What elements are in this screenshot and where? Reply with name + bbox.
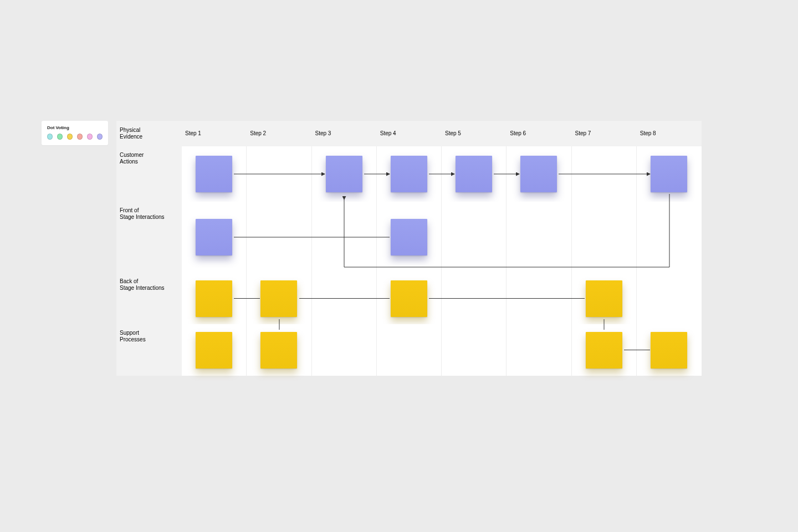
cell[interactable] xyxy=(572,146,637,202)
dot-voting-panel[interactable]: Dot Voting xyxy=(42,121,108,145)
step-header: Step 3 xyxy=(312,121,377,146)
cell[interactable] xyxy=(572,202,637,273)
sticky-note[interactable] xyxy=(391,156,427,192)
sticky-note[interactable] xyxy=(456,156,492,192)
row-support-processes xyxy=(182,324,702,376)
sticky-note[interactable] xyxy=(520,156,557,192)
sticky-note[interactable] xyxy=(196,156,232,192)
cell[interactable] xyxy=(182,273,247,324)
steps-header-row: Step 1 Step 2 Step 3 Step 4 Step 5 Step … xyxy=(182,121,702,146)
dot-color-green[interactable] xyxy=(57,134,63,140)
cell[interactable] xyxy=(247,324,311,376)
cell[interactable] xyxy=(377,324,442,376)
dot-color-yellow[interactable] xyxy=(67,134,73,140)
cell[interactable] xyxy=(247,146,311,202)
cell[interactable] xyxy=(312,273,377,324)
row-label-back-stage: Back of Stage Interactions xyxy=(116,273,182,324)
dot-color-red[interactable] xyxy=(77,134,83,140)
dot-color-purple[interactable] xyxy=(97,134,103,140)
sticky-note[interactable] xyxy=(196,332,232,369)
row-label-physical-evidence: Physical Evidence xyxy=(116,121,182,146)
row-front-stage xyxy=(182,202,702,273)
sticky-note[interactable] xyxy=(196,219,232,255)
cell[interactable] xyxy=(182,202,247,273)
sticky-note[interactable] xyxy=(391,280,427,317)
cell[interactable] xyxy=(247,273,311,324)
sticky-note[interactable] xyxy=(196,280,232,317)
cell[interactable] xyxy=(377,202,442,273)
sticky-note[interactable] xyxy=(260,280,297,317)
cell[interactable] xyxy=(312,146,377,202)
row-label-customer-actions: Customer Actions xyxy=(116,146,182,202)
sticky-note[interactable] xyxy=(651,156,687,192)
cell[interactable] xyxy=(442,273,507,324)
cell[interactable] xyxy=(572,273,637,324)
step-header: Step 4 xyxy=(377,121,442,146)
cell[interactable] xyxy=(637,146,702,202)
row-label-support-processes: Support Processes xyxy=(116,324,182,376)
sticky-note[interactable] xyxy=(586,280,622,317)
dot-color-cyan[interactable] xyxy=(47,134,53,140)
step-header: Step 2 xyxy=(247,121,311,146)
cell[interactable] xyxy=(637,202,702,273)
step-header: Step 7 xyxy=(572,121,637,146)
step-header: Step 6 xyxy=(507,121,571,146)
cell[interactable] xyxy=(507,273,571,324)
dot-voting-label: Dot Voting xyxy=(47,125,103,130)
cell[interactable] xyxy=(312,324,377,376)
cell[interactable] xyxy=(507,146,571,202)
row-labels-column: Physical Evidence Customer Actions Front… xyxy=(116,121,182,376)
sticky-note[interactable] xyxy=(651,332,687,369)
service-blueprint-canvas[interactable]: Physical Evidence Customer Actions Front… xyxy=(116,121,702,376)
cell[interactable] xyxy=(442,202,507,273)
cell[interactable] xyxy=(312,202,377,273)
row-back-stage xyxy=(182,273,702,324)
dot-color-pink[interactable] xyxy=(87,134,93,140)
cell[interactable] xyxy=(182,324,247,376)
row-label-front-stage: Front of Stage Interactions xyxy=(116,202,182,273)
sticky-note[interactable] xyxy=(586,332,622,369)
cell[interactable] xyxy=(442,146,507,202)
dot-voting-colors xyxy=(47,134,103,140)
step-header: Step 5 xyxy=(442,121,507,146)
cell[interactable] xyxy=(507,202,571,273)
cell[interactable] xyxy=(442,324,507,376)
cell[interactable] xyxy=(247,202,311,273)
cell[interactable] xyxy=(377,273,442,324)
cell[interactable] xyxy=(637,324,702,376)
cell[interactable] xyxy=(572,324,637,376)
cell[interactable] xyxy=(377,146,442,202)
cell[interactable] xyxy=(637,273,702,324)
cell[interactable] xyxy=(507,324,571,376)
step-header: Step 1 xyxy=(182,121,247,146)
sticky-note[interactable] xyxy=(391,219,427,255)
sticky-note[interactable] xyxy=(326,156,362,192)
step-header: Step 8 xyxy=(637,121,702,146)
row-customer-actions xyxy=(182,146,702,202)
cell[interactable] xyxy=(182,146,247,202)
sticky-note[interactable] xyxy=(260,332,297,369)
